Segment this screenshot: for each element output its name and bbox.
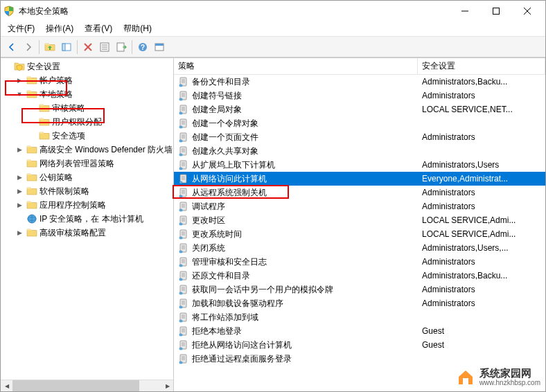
policy-row[interactable]: 创建一个页面文件Administrators <box>174 130 545 144</box>
policy-row[interactable]: 调试程序Administrators <box>174 199 545 213</box>
close-button[interactable] <box>511 1 543 21</box>
properties-button[interactable] <box>96 39 113 55</box>
policy-row[interactable]: 创建永久共享对象 <box>174 144 545 158</box>
expand-icon[interactable]: ▶ <box>15 172 24 182</box>
policy-name: 拒绝通过远程桌面服务登录 <box>192 353 292 365</box>
policy-row[interactable]: 从网络访问此计算机Everyone,Administrat... <box>174 172 545 186</box>
policy-value: Administrators <box>422 299 475 308</box>
policy-row[interactable]: 备份文件和目录Administrators,Backu... <box>174 75 545 89</box>
policy-icon <box>178 298 189 309</box>
column-header-policy[interactable]: 策略 <box>174 58 418 74</box>
horizontal-scrollbar[interactable]: ◀ ▶ <box>1 380 173 391</box>
show-hide-button[interactable] <box>58 39 75 55</box>
tree-item[interactable]: 安全选项 <box>1 129 173 143</box>
tree-label: 本地策略 <box>39 89 169 100</box>
policy-icon <box>178 270 189 281</box>
expand-icon[interactable] <box>15 159 24 168</box>
expand-icon[interactable] <box>2 62 12 71</box>
scroll-thumb[interactable] <box>12 380 139 391</box>
policy-row[interactable]: 从扩展坞上取下计算机Administrators,Users <box>174 158 545 172</box>
tree-item[interactable]: ▶高级安全 Windows Defender 防火墙 <box>1 143 173 157</box>
expand-icon[interactable]: ▶ <box>15 75 24 85</box>
policy-row[interactable]: 拒绝本地登录Guest <box>174 324 545 338</box>
tree-item[interactable]: 用户权限分配 <box>1 115 173 129</box>
policy-value: Everyone,Administrat... <box>422 174 508 184</box>
menu-view[interactable]: 查看(V) <box>79 21 118 36</box>
policy-row[interactable]: 更改时区LOCAL SERVICE,Admi... <box>174 213 545 227</box>
policy-row[interactable]: 从远程系统强制关机Administrators <box>174 186 545 199</box>
policy-value: Guest <box>422 340 444 350</box>
expand-icon[interactable]: ▶ <box>15 200 24 210</box>
expand-icon[interactable] <box>27 131 37 141</box>
tree-item[interactable]: ▶公钥策略 <box>1 170 173 184</box>
expand-icon[interactable] <box>27 117 37 127</box>
scroll-left-icon[interactable]: ◀ <box>1 381 12 391</box>
tree-label: 网络列表管理器策略 <box>39 158 169 170</box>
policy-name: 获取同一会话中另一个用户的模拟令牌 <box>192 284 333 296</box>
policy-row[interactable]: 将工作站添加到域 <box>174 310 545 324</box>
policy-row[interactable]: 还原文件和目录Administrators,Backu... <box>174 269 545 283</box>
export-button[interactable] <box>113 39 130 55</box>
expand-icon[interactable]: ▶ <box>15 228 24 238</box>
expand-icon[interactable] <box>27 103 37 113</box>
tree-item[interactable]: ▶高级审核策略配置 <box>1 226 173 240</box>
tree-item[interactable]: ▶应用程序控制策略 <box>1 198 173 212</box>
policy-value: Administrators,Users <box>422 160 499 170</box>
policy-icon <box>178 90 189 101</box>
policy-value: Administrators <box>422 285 475 294</box>
menu-help[interactable]: 帮助(H) <box>118 21 157 36</box>
folder-icon <box>39 116 50 127</box>
policy-name: 管理审核和安全日志 <box>192 256 267 268</box>
tree-item[interactable]: ▼本地策略 <box>1 87 173 101</box>
policy-row[interactable]: 获取同一会话中另一个用户的模拟令牌Administrators <box>174 283 545 296</box>
tree-item[interactable]: ▶帐户策略 <box>1 73 173 87</box>
delete-button[interactable] <box>80 39 96 55</box>
forward-button[interactable] <box>20 39 37 55</box>
back-button[interactable] <box>3 39 20 55</box>
policy-row[interactable]: 管理审核和安全日志Administrators <box>174 255 545 269</box>
policy-value: Administrators <box>422 257 475 267</box>
app-window: 本地安全策略 文件(F) 操作(A) 查看(V) 帮助(H) <box>0 0 546 392</box>
menu-action[interactable]: 操作(A) <box>40 21 79 36</box>
folder-icon <box>26 144 37 155</box>
policy-row[interactable]: 关闭系统Administrators,Users,... <box>174 241 545 255</box>
policy-icon <box>178 187 189 198</box>
tree-item[interactable]: IP 安全策略，在 本地计算机 <box>1 212 173 226</box>
column-header-setting[interactable]: 安全设置 <box>418 58 545 74</box>
tree-item[interactable]: 网络列表管理器策略 <box>1 157 173 170</box>
policy-row[interactable]: 加载和卸载设备驱动程序Administrators <box>174 296 545 310</box>
policy-row[interactable]: 创建全局对象LOCAL SERVICE,NET... <box>174 103 545 116</box>
help-button[interactable]: ? <box>134 39 151 55</box>
menu-file[interactable]: 文件(F) <box>2 21 40 36</box>
minimize-button[interactable] <box>449 1 480 21</box>
policy-row[interactable]: 拒绝从网络访问这台计算机Guest <box>174 338 545 352</box>
expand-icon[interactable]: ▶ <box>15 145 24 154</box>
policy-value: Guest <box>422 326 444 336</box>
expand-icon[interactable]: ▶ <box>15 186 24 196</box>
folder-icon <box>14 61 25 72</box>
policy-name: 创建一个页面文件 <box>192 132 258 143</box>
policy-icon <box>178 242 189 253</box>
svg-rect-13 <box>62 44 65 51</box>
policy-icon <box>178 173 189 184</box>
policy-icon <box>178 256 189 267</box>
expand-icon[interactable] <box>15 214 24 224</box>
maximize-button[interactable] <box>480 1 511 21</box>
tree-root[interactable]: 安全设置 <box>1 60 173 73</box>
policy-row[interactable]: 创建一个令牌对象 <box>174 116 545 130</box>
policy-icon <box>178 339 189 350</box>
policy-icon <box>178 312 189 323</box>
scroll-right-icon[interactable]: ▶ <box>161 381 173 391</box>
view-button[interactable] <box>151 39 168 55</box>
tree-label: 高级安全 Windows Defender 防火墙 <box>39 144 173 156</box>
up-button[interactable] <box>42 39 58 55</box>
policy-row[interactable]: 更改系统时间LOCAL SERVICE,Admi... <box>174 227 545 241</box>
tree-item[interactable]: ▶软件限制策略 <box>1 184 173 198</box>
policy-row[interactable]: 拒绝通过远程桌面服务登录 <box>174 352 545 366</box>
policy-value: LOCAL SERVICE,Admi... <box>422 229 516 239</box>
tree-item[interactable]: 审核策略 <box>1 101 173 115</box>
tree-label: 公钥策略 <box>39 172 169 184</box>
policy-name: 关闭系统 <box>192 242 225 254</box>
policy-row[interactable]: 创建符号链接Administrators <box>174 89 545 103</box>
expand-icon[interactable]: ▼ <box>15 89 24 99</box>
